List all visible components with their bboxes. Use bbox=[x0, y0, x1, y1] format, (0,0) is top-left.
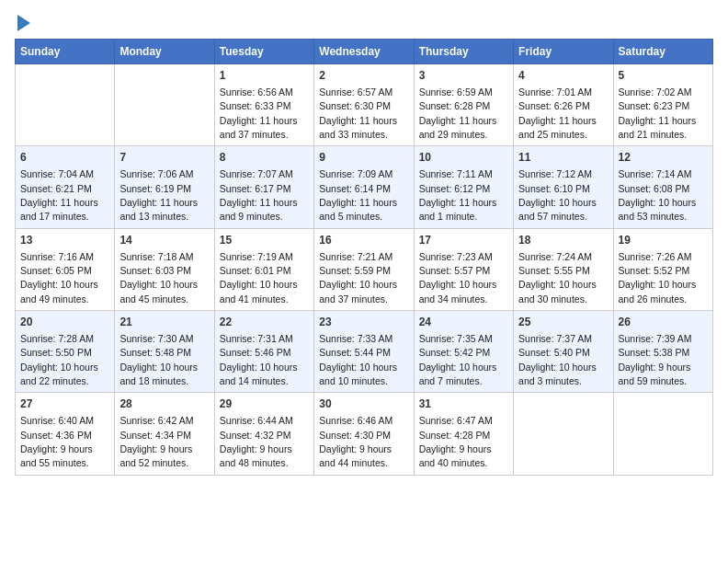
weekday-header-sunday: Sunday bbox=[16, 40, 115, 64]
page-header bbox=[15, 15, 713, 31]
day-number: 31 bbox=[419, 396, 508, 412]
day-details: Sunrise: 7:39 AM Sunset: 5:38 PM Dayligh… bbox=[619, 333, 692, 386]
day-details: Sunrise: 7:14 AM Sunset: 6:08 PM Dayligh… bbox=[619, 168, 697, 222]
calendar-cell: 23Sunrise: 7:33 AM Sunset: 5:44 PM Dayli… bbox=[314, 311, 414, 393]
day-details: Sunrise: 7:06 AM Sunset: 6:19 PM Dayligh… bbox=[119, 168, 198, 222]
day-number: 1 bbox=[220, 68, 309, 84]
day-details: Sunrise: 7:01 AM Sunset: 6:26 PM Dayligh… bbox=[518, 86, 597, 140]
calendar-cell: 24Sunrise: 7:35 AM Sunset: 5:42 PM Dayli… bbox=[414, 311, 513, 393]
day-number: 7 bbox=[119, 150, 209, 166]
calendar-cell: 8Sunrise: 7:07 AM Sunset: 6:17 PM Daylig… bbox=[214, 146, 313, 228]
calendar-cell: 3Sunrise: 6:59 AM Sunset: 6:28 PM Daylig… bbox=[414, 64, 513, 146]
calendar-cell: 10Sunrise: 7:11 AM Sunset: 6:12 PM Dayli… bbox=[414, 146, 513, 228]
weekday-header-friday: Friday bbox=[514, 40, 613, 64]
day-number: 16 bbox=[319, 233, 408, 248]
day-details: Sunrise: 7:24 AM Sunset: 5:55 PM Dayligh… bbox=[518, 251, 597, 304]
day-number: 2 bbox=[319, 68, 408, 84]
calendar-cell: 15Sunrise: 7:19 AM Sunset: 6:01 PM Dayli… bbox=[214, 228, 313, 310]
day-details: Sunrise: 7:04 AM Sunset: 6:21 PM Dayligh… bbox=[20, 168, 98, 222]
day-number: 21 bbox=[119, 315, 209, 330]
day-details: Sunrise: 7:07 AM Sunset: 6:17 PM Dayligh… bbox=[220, 168, 298, 222]
calendar-cell: 31Sunrise: 6:47 AM Sunset: 4:28 PM Dayli… bbox=[414, 393, 513, 475]
calendar-cell: 5Sunrise: 7:02 AM Sunset: 6:23 PM Daylig… bbox=[613, 64, 712, 146]
weekday-header-saturday: Saturday bbox=[613, 40, 712, 64]
weekday-header-tuesday: Tuesday bbox=[214, 40, 313, 64]
calendar-cell: 27Sunrise: 6:40 AM Sunset: 4:36 PM Dayli… bbox=[16, 393, 115, 475]
calendar-cell: 11Sunrise: 7:12 AM Sunset: 6:10 PM Dayli… bbox=[514, 146, 613, 228]
day-number: 8 bbox=[220, 150, 309, 166]
day-number: 19 bbox=[619, 233, 708, 248]
day-number: 5 bbox=[619, 68, 708, 84]
day-details: Sunrise: 6:42 AM Sunset: 4:34 PM Dayligh… bbox=[119, 415, 193, 468]
calendar-cell: 22Sunrise: 7:31 AM Sunset: 5:46 PM Dayli… bbox=[214, 311, 313, 393]
calendar-cell: 26Sunrise: 7:39 AM Sunset: 5:38 PM Dayli… bbox=[613, 311, 712, 393]
day-details: Sunrise: 7:31 AM Sunset: 5:46 PM Dayligh… bbox=[220, 333, 298, 386]
calendar-cell: 16Sunrise: 7:21 AM Sunset: 5:59 PM Dayli… bbox=[314, 228, 414, 310]
calendar-cell: 13Sunrise: 7:16 AM Sunset: 6:05 PM Dayli… bbox=[16, 228, 115, 310]
day-details: Sunrise: 7:35 AM Sunset: 5:42 PM Dayligh… bbox=[419, 333, 497, 386]
calendar-cell: 7Sunrise: 7:06 AM Sunset: 6:19 PM Daylig… bbox=[115, 146, 214, 228]
calendar-cell: 9Sunrise: 7:09 AM Sunset: 6:14 PM Daylig… bbox=[314, 146, 414, 228]
day-number: 13 bbox=[20, 233, 109, 248]
week-row-2: 6Sunrise: 7:04 AM Sunset: 6:21 PM Daylig… bbox=[16, 146, 713, 228]
weekday-header-wednesday: Wednesday bbox=[314, 40, 414, 64]
calendar-cell: 28Sunrise: 6:42 AM Sunset: 4:34 PM Dayli… bbox=[115, 393, 214, 475]
day-details: Sunrise: 7:26 AM Sunset: 5:52 PM Dayligh… bbox=[619, 251, 697, 304]
day-number: 6 bbox=[20, 150, 109, 166]
day-number: 22 bbox=[220, 315, 309, 330]
day-details: Sunrise: 7:30 AM Sunset: 5:48 PM Dayligh… bbox=[119, 333, 198, 386]
day-number: 30 bbox=[319, 396, 408, 412]
week-row-1: 1Sunrise: 6:56 AM Sunset: 6:33 PM Daylig… bbox=[16, 64, 713, 146]
day-details: Sunrise: 7:12 AM Sunset: 6:10 PM Dayligh… bbox=[518, 168, 597, 222]
day-number: 4 bbox=[518, 68, 608, 84]
calendar-cell: 14Sunrise: 7:18 AM Sunset: 6:03 PM Dayli… bbox=[115, 228, 214, 310]
day-number: 25 bbox=[518, 315, 608, 330]
day-details: Sunrise: 7:33 AM Sunset: 5:44 PM Dayligh… bbox=[319, 333, 397, 386]
day-number: 15 bbox=[220, 233, 309, 248]
day-details: Sunrise: 7:19 AM Sunset: 6:01 PM Dayligh… bbox=[220, 251, 298, 304]
calendar-cell bbox=[115, 64, 214, 146]
day-number: 9 bbox=[319, 150, 408, 166]
day-number: 24 bbox=[419, 315, 508, 330]
calendar-cell: 6Sunrise: 7:04 AM Sunset: 6:21 PM Daylig… bbox=[16, 146, 115, 228]
day-details: Sunrise: 7:28 AM Sunset: 5:50 PM Dayligh… bbox=[20, 333, 98, 386]
day-details: Sunrise: 7:02 AM Sunset: 6:23 PM Dayligh… bbox=[619, 86, 697, 140]
logo bbox=[15, 15, 30, 31]
day-number: 29 bbox=[220, 396, 309, 412]
day-number: 23 bbox=[319, 315, 408, 330]
calendar-cell: 25Sunrise: 7:37 AM Sunset: 5:40 PM Dayli… bbox=[514, 311, 613, 393]
day-details: Sunrise: 7:21 AM Sunset: 5:59 PM Dayligh… bbox=[319, 251, 397, 304]
calendar-cell: 21Sunrise: 7:30 AM Sunset: 5:48 PM Dayli… bbox=[115, 311, 214, 393]
calendar-cell bbox=[514, 393, 613, 475]
day-number: 3 bbox=[419, 68, 508, 84]
weekday-header-thursday: Thursday bbox=[414, 40, 513, 64]
day-details: Sunrise: 6:57 AM Sunset: 6:30 PM Dayligh… bbox=[319, 86, 397, 140]
day-number: 14 bbox=[119, 233, 209, 248]
calendar-cell bbox=[613, 393, 712, 475]
day-number: 12 bbox=[619, 150, 708, 166]
day-number: 11 bbox=[518, 150, 608, 166]
weekday-header-row: SundayMondayTuesdayWednesdayThursdayFrid… bbox=[16, 40, 713, 64]
day-number: 18 bbox=[518, 233, 608, 248]
day-details: Sunrise: 6:46 AM Sunset: 4:30 PM Dayligh… bbox=[319, 415, 392, 468]
calendar-cell: 4Sunrise: 7:01 AM Sunset: 6:26 PM Daylig… bbox=[514, 64, 613, 146]
day-number: 28 bbox=[119, 396, 209, 412]
calendar-cell: 12Sunrise: 7:14 AM Sunset: 6:08 PM Dayli… bbox=[613, 146, 712, 228]
week-row-3: 13Sunrise: 7:16 AM Sunset: 6:05 PM Dayli… bbox=[16, 228, 713, 310]
day-details: Sunrise: 7:11 AM Sunset: 6:12 PM Dayligh… bbox=[419, 168, 497, 222]
week-row-4: 20Sunrise: 7:28 AM Sunset: 5:50 PM Dayli… bbox=[16, 311, 713, 393]
calendar-cell: 18Sunrise: 7:24 AM Sunset: 5:55 PM Dayli… bbox=[514, 228, 613, 310]
day-details: Sunrise: 6:47 AM Sunset: 4:28 PM Dayligh… bbox=[419, 415, 493, 468]
calendar-cell: 20Sunrise: 7:28 AM Sunset: 5:50 PM Dayli… bbox=[16, 311, 115, 393]
week-row-5: 27Sunrise: 6:40 AM Sunset: 4:36 PM Dayli… bbox=[16, 393, 713, 475]
day-number: 10 bbox=[419, 150, 508, 166]
day-details: Sunrise: 7:18 AM Sunset: 6:03 PM Dayligh… bbox=[119, 251, 198, 304]
day-details: Sunrise: 6:59 AM Sunset: 6:28 PM Dayligh… bbox=[419, 86, 497, 140]
calendar-cell: 17Sunrise: 7:23 AM Sunset: 5:57 PM Dayli… bbox=[414, 228, 513, 310]
calendar-cell: 29Sunrise: 6:44 AM Sunset: 4:32 PM Dayli… bbox=[214, 393, 313, 475]
day-details: Sunrise: 6:56 AM Sunset: 6:33 PM Dayligh… bbox=[220, 86, 298, 140]
day-number: 17 bbox=[419, 233, 508, 248]
weekday-header-monday: Monday bbox=[115, 40, 214, 64]
calendar-cell: 19Sunrise: 7:26 AM Sunset: 5:52 PM Dayli… bbox=[613, 228, 712, 310]
calendar-cell: 1Sunrise: 6:56 AM Sunset: 6:33 PM Daylig… bbox=[214, 64, 313, 146]
